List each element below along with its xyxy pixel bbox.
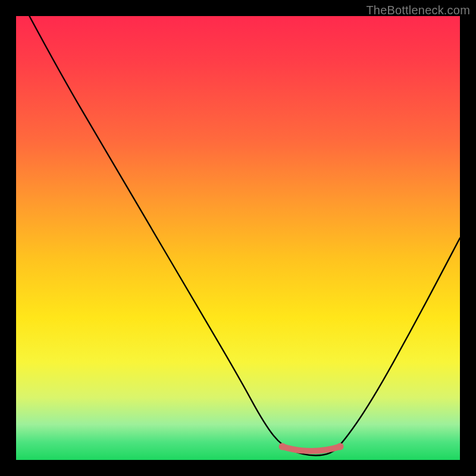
sweet-spot-dot-right <box>337 443 344 450</box>
plot-area <box>16 16 460 460</box>
curve-svg <box>16 16 460 460</box>
sweet-spot-dot-left <box>279 443 286 450</box>
watermark-text: TheBottleneck.com <box>366 4 470 17</box>
chart-stage: TheBottleneck.com <box>0 0 476 476</box>
bottleneck-curve-path <box>29 16 460 456</box>
sweet-spot-highlight <box>283 447 340 451</box>
